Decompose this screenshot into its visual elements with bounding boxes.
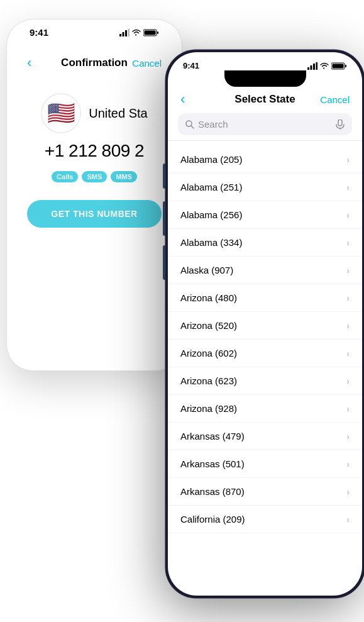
time-front: 9:41 (183, 61, 199, 70)
scene: 9:41 (0, 0, 364, 622)
state-list-item[interactable]: Alabama (251) › (168, 174, 362, 201)
state-item-label: Alabama (205) (180, 154, 242, 165)
chevron-right-icon: › (346, 155, 350, 165)
svg-rect-1 (123, 32, 124, 36)
state-item-label: Arizona (928) (180, 403, 237, 414)
wifi-icon-back (132, 29, 141, 36)
chevron-right-icon: › (346, 404, 350, 414)
svg-rect-10 (316, 62, 318, 70)
svg-rect-9 (313, 64, 315, 70)
phone-number: +1 212 809 2 (45, 141, 144, 161)
badge-mms: MMS (111, 171, 137, 182)
state-item-label: Arizona (623) (180, 375, 237, 386)
svg-rect-16 (338, 119, 342, 126)
battery-icon-back (143, 29, 159, 36)
country-label: United Sta (89, 106, 147, 121)
svg-rect-2 (125, 30, 127, 36)
country-row: 🇺🇸 United Sta (41, 93, 147, 133)
cancel-button-back[interactable]: Cancel (132, 58, 162, 69)
signal-icon-front (307, 62, 317, 70)
chevron-right-icon: › (346, 321, 350, 331)
chevron-right-icon: › (346, 487, 350, 497)
side-button-vol-down (163, 245, 165, 280)
svg-rect-3 (128, 29, 130, 36)
nav-bar-back: ‹ Confirmation Cancel (17, 52, 172, 74)
notch-back (57, 38, 132, 52)
get-number-button[interactable]: GET THIS NUMBER (27, 200, 162, 228)
svg-rect-6 (145, 30, 156, 35)
chevron-right-icon: › (346, 376, 350, 386)
chevron-right-icon: › (346, 210, 350, 220)
state-item-label: Arkansas (870) (180, 486, 245, 497)
chevron-right-icon: › (346, 348, 350, 358)
state-list-item[interactable]: California (209) › (168, 506, 362, 533)
phone-front: 9:41 (166, 50, 364, 597)
search-icon (185, 120, 194, 129)
state-list-item[interactable]: Alabama (334) › (168, 229, 362, 257)
chevron-right-icon: › (346, 238, 350, 248)
search-placeholder: Search (198, 119, 332, 130)
badge-calls: Calls (52, 171, 78, 182)
state-list-item[interactable]: Alabama (256) › (168, 201, 362, 229)
state-list-item[interactable]: Arizona (623) › (168, 367, 362, 395)
status-icons-front (307, 62, 347, 70)
search-divider (168, 140, 362, 141)
state-item-label: Arizona (520) (180, 320, 237, 331)
status-bar-front: 9:41 (168, 52, 362, 70)
confirmation-content: 🇺🇸 United Sta +1 212 809 2 Calls SMS MMS… (17, 74, 172, 240)
nav-bar-front: ‹ Select State Cancel (168, 89, 362, 111)
wifi-icon-front (320, 62, 329, 70)
svg-rect-12 (345, 65, 346, 67)
notch-front (224, 70, 306, 87)
state-list-item[interactable]: Arizona (520) › (168, 312, 362, 340)
back-button-front[interactable]: ‹ (180, 91, 185, 108)
state-item-label: Arkansas (501) (180, 458, 245, 469)
state-item-label: Alabama (256) (180, 209, 242, 220)
state-list-item[interactable]: Alabama (205) › (168, 146, 362, 174)
chevron-right-icon: › (346, 459, 350, 469)
state-item-label: Arizona (602) (180, 348, 237, 358)
signal-icon-back (119, 29, 130, 36)
svg-rect-5 (157, 31, 158, 34)
chevron-right-icon: › (346, 514, 350, 525)
chevron-right-icon: › (346, 182, 350, 192)
svg-line-15 (191, 126, 194, 128)
cancel-button-front[interactable]: Cancel (320, 94, 350, 105)
back-button-back[interactable]: ‹ (27, 55, 31, 71)
state-item-label: Arizona (480) (180, 292, 237, 303)
state-item-label: Alaska (907) (180, 265, 233, 275)
state-list-item[interactable]: Arkansas (870) › (168, 478, 362, 506)
state-list-item[interactable]: Arkansas (479) › (168, 423, 362, 450)
mic-icon[interactable] (336, 119, 345, 130)
state-item-label: Alabama (251) (180, 182, 242, 192)
chevron-right-icon: › (346, 293, 350, 303)
side-button-vol-up (163, 201, 165, 236)
state-item-label: California (209) (180, 514, 245, 525)
status-bar-back: 9:41 (17, 19, 172, 38)
chevron-right-icon: › (346, 265, 350, 275)
state-list: Alabama (205) › Alabama (251) › Alabama … (168, 146, 362, 533)
chevron-right-icon: › (346, 431, 350, 442)
battery-icon-front (331, 62, 347, 70)
side-button-mute (163, 164, 165, 189)
select-state-title: Select State (234, 93, 295, 106)
state-list-item[interactable]: Arizona (928) › (168, 395, 362, 423)
feature-badges: Calls SMS MMS (52, 171, 137, 182)
time-back: 9:41 (30, 27, 48, 38)
svg-rect-13 (333, 64, 344, 68)
state-list-item[interactable]: Arizona (480) › (168, 284, 362, 312)
state-list-item[interactable]: Arizona (602) › (168, 340, 362, 367)
confirmation-title: Confirmation (61, 57, 128, 69)
status-icons-back (119, 29, 159, 36)
svg-rect-7 (307, 67, 309, 70)
flag-icon: 🇺🇸 (41, 93, 81, 133)
svg-rect-0 (119, 34, 121, 36)
badge-sms: SMS (82, 171, 107, 182)
state-list-item[interactable]: Arkansas (501) › (168, 450, 362, 478)
state-list-item[interactable]: Alaska (907) › (168, 257, 362, 284)
state-item-label: Alabama (334) (180, 237, 242, 248)
search-bar[interactable]: Search (178, 113, 352, 135)
state-item-label: Arkansas (479) (180, 431, 245, 442)
phone-back: 9:41 (6, 19, 182, 371)
svg-rect-8 (311, 65, 312, 70)
